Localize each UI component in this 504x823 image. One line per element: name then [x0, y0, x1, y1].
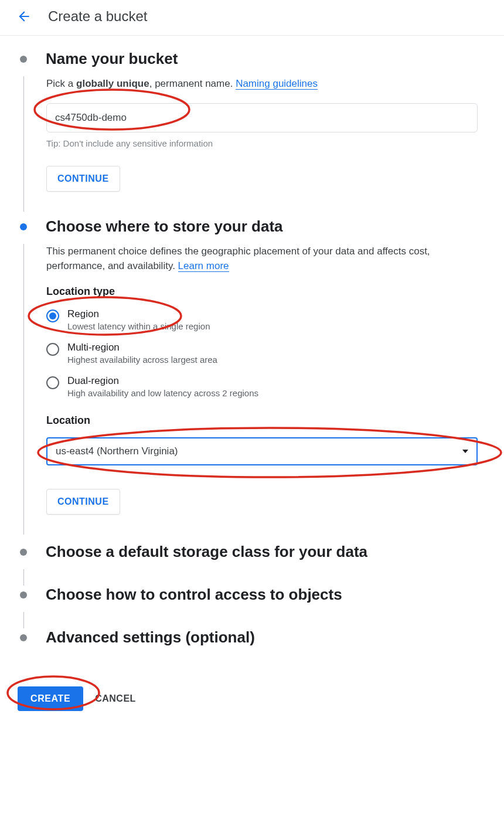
radio-desc: Lowest latency within a single region [67, 321, 210, 331]
radio-label: Region [67, 308, 210, 320]
bucket-name-input[interactable] [46, 103, 478, 132]
location-select-value: us-east4 (Northern Virginia) [56, 445, 178, 457]
desc-text: , permanent name. [149, 78, 236, 89]
continue-button[interactable]: CONTINUE [46, 489, 120, 515]
step-title: Name your bucket [46, 50, 486, 68]
step-bullet [20, 591, 27, 598]
step-bullet [20, 634, 27, 641]
step-advanced-settings[interactable]: Advanced settings (optional) [18, 628, 486, 655]
step-title: Choose how to control access to objects [46, 586, 486, 604]
back-arrow-icon[interactable] [16, 9, 32, 24]
step-title: Advanced settings (optional) [46, 628, 486, 647]
location-description: This permanent choice defines the geogra… [46, 244, 486, 274]
step-choose-location: Choose where to store your data [18, 217, 486, 244]
step-title: Choose a default storage class for your … [46, 543, 486, 561]
page-title: Create a bucket [48, 8, 147, 25]
step-access-control[interactable]: Choose how to control access to objects [18, 586, 486, 612]
naming-guidelines-link[interactable]: Naming guidelines [236, 78, 318, 90]
name-tip: Tip: Don't include any sensitive informa… [46, 138, 486, 148]
step-bullet-active [20, 223, 27, 230]
step-connector [23, 612, 486, 628]
continue-button[interactable]: CONTINUE [46, 166, 120, 192]
radio-icon [46, 343, 59, 356]
cancel-button[interactable]: CANCEL [95, 693, 136, 704]
step-storage-class[interactable]: Choose a default storage class for your … [18, 543, 486, 569]
chevron-down-icon [462, 450, 468, 453]
learn-more-link[interactable]: Learn more [178, 260, 229, 272]
radio-desc: High availability and low latency across… [67, 388, 258, 398]
desc-text: This permanent choice defines the geogra… [46, 246, 430, 272]
step-bullet [20, 56, 27, 63]
location-type-radio-group: Region Lowest latency within a single re… [46, 308, 486, 398]
page-header: Create a bucket [0, 0, 504, 36]
desc-bold: globally unique [76, 78, 149, 89]
footer-actions: CREATE CANCEL [0, 672, 504, 725]
radio-icon [46, 310, 59, 322]
radio-label: Dual-region [67, 375, 258, 387]
radio-icon [46, 376, 59, 389]
create-button[interactable]: CREATE [18, 686, 83, 711]
location-type-label: Location type [46, 285, 486, 298]
step-title: Choose where to store your data [46, 217, 486, 236]
radio-option-multi-region[interactable]: Multi-region Highest availability across… [46, 342, 486, 365]
step-bullet [20, 549, 27, 556]
radio-label: Multi-region [67, 342, 217, 353]
location-label: Location [46, 414, 486, 427]
step-name-bucket: Name your bucket [18, 50, 486, 76]
step-connector [23, 569, 486, 586]
location-select[interactable]: us-east4 (Northern Virginia) [46, 437, 478, 465]
radio-desc: Highest availability across largest area [67, 355, 217, 365]
radio-option-region[interactable]: Region Lowest latency within a single re… [46, 308, 486, 331]
radio-option-dual-region[interactable]: Dual-region High availability and low la… [46, 375, 486, 398]
desc-text: Pick a [46, 78, 76, 89]
name-description: Pick a globally unique, permanent name. … [46, 76, 486, 91]
